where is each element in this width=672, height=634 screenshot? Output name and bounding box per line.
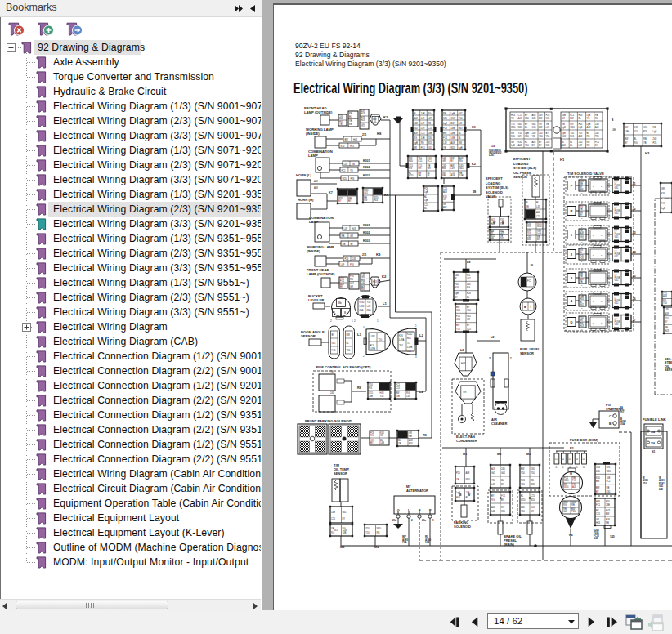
svg-text:BY: BY [348, 199, 352, 203]
svg-text:P26: P26 [580, 254, 584, 257]
svg-text:FC1: FC1 [396, 383, 401, 386]
svg-text:J6: J6 [633, 297, 636, 301]
svg-text:A08: A08 [606, 518, 610, 521]
svg-text:2: 2 [363, 355, 365, 358]
svg-text:FUSIBLE LINK: FUSIBLE LINK [643, 417, 666, 422]
svg-text:RB: RB [595, 114, 598, 117]
svg-text:1: 1 [571, 233, 573, 237]
svg-text:(INSIDE): (INSIDE) [306, 132, 320, 136]
svg-text:211: 211 [362, 253, 367, 257]
svg-text:LgB: LgB [562, 132, 566, 135]
svg-text:M6: M6 [374, 546, 379, 549]
svg-text:RG: RG [421, 141, 424, 145]
svg-text:YB: YB [428, 164, 431, 167]
svg-text:Y50: Y50 [634, 130, 638, 133]
svg-text:SENSOR: SENSOR [665, 368, 672, 372]
svg-text:BY: BY [501, 498, 504, 502]
svg-text:BW: BW [539, 126, 543, 129]
svg-text:BY: BY [491, 494, 495, 498]
svg-text:14B: 14B [380, 441, 384, 444]
svg-text:RB: RB [364, 196, 367, 199]
svg-text:14B: 14B [450, 136, 455, 140]
svg-text:RIDE CONTROL SOLENOID (OPT): RIDE CONTROL SOLENOID (OPT) [316, 365, 371, 369]
svg-text:G41: G41 [580, 180, 585, 183]
svg-text:A08: A08 [340, 283, 344, 286]
svg-text:L3: L3 [357, 333, 362, 337]
svg-text:C15: C15 [663, 292, 667, 296]
svg-text:VALVE: VALVE [486, 194, 496, 199]
svg-text:BLY: BLY [370, 344, 374, 347]
svg-text:14B: 14B [396, 395, 400, 398]
svg-text:Y50: Y50 [347, 349, 351, 352]
svg-text:-: - [581, 225, 583, 229]
svg-text:24D: 24D [527, 235, 531, 239]
svg-text:24D: 24D [653, 137, 657, 141]
svg-text:A08: A08 [580, 278, 584, 281]
svg-text:14B: 14B [414, 122, 418, 125]
svg-text:FC1: FC1 [570, 114, 575, 117]
svg-text:BL: BL [380, 439, 383, 442]
svg-text:G41: G41 [332, 342, 337, 345]
svg-text:FUSE: FUSE [615, 233, 620, 236]
svg-text:BW: BW [450, 122, 455, 125]
svg-text:BL: BL [459, 132, 462, 135]
svg-text:LgB: LgB [455, 292, 459, 295]
svg-text:BW: BW [571, 507, 576, 511]
svg-text:RG: RG [406, 391, 410, 395]
svg-text:RB: RB [537, 235, 540, 239]
svg-text:Y50: Y50 [525, 144, 529, 147]
svg-text:BL: BL [398, 439, 401, 442]
svg-text:BW: BW [596, 486, 600, 489]
svg-text:G41: G41 [364, 191, 369, 194]
svg-text:1: 1 [609, 190, 611, 193]
svg-text:1: 1 [609, 305, 611, 308]
svg-text:K30: K30 [501, 510, 505, 513]
svg-text:RG: RG [364, 199, 367, 202]
svg-text:RB: RB [428, 122, 431, 125]
svg-text:RB: RB [442, 174, 446, 177]
svg-text:55: 55 [582, 458, 585, 461]
svg-text:P26: P26 [351, 177, 355, 181]
svg-text:A08: A08 [518, 144, 522, 147]
svg-text:G41: G41 [459, 167, 464, 170]
svg-text:RB: RB [348, 197, 352, 200]
svg-text:G41: G41 [615, 255, 619, 258]
svg-text:J5: J5 [633, 275, 636, 278]
svg-text:1: 1 [415, 324, 417, 328]
svg-text:M2: M2 [497, 453, 501, 456]
svg-text:Y50: Y50 [511, 123, 515, 126]
svg-text:SEC.: SEC. [665, 358, 671, 361]
svg-text:CLEANER: CLEANER [491, 422, 507, 426]
svg-text:L494: L494 [370, 335, 375, 338]
svg-text:A08: A08 [314, 186, 318, 190]
svg-text:B06: B06 [407, 337, 411, 340]
svg-text:A08: A08 [665, 312, 669, 315]
svg-text:K30: K30 [580, 234, 584, 238]
svg-text:24D: 24D [659, 488, 663, 491]
svg-text:RB: RB [352, 163, 355, 166]
svg-text:SOLENOID: SOLENOID [486, 190, 503, 194]
svg-text:EFFICIENT: EFFICIENT [486, 176, 503, 181]
svg-text:L49A: L49A [399, 338, 404, 342]
svg-text:1: 1 [609, 282, 611, 285]
svg-text:L491: L491 [489, 154, 495, 157]
svg-text:G41: G41 [615, 186, 619, 190]
svg-text:-: - [601, 252, 603, 257]
svg-text:GR: GR [428, 167, 431, 170]
svg-text:STARTER: STARTER [606, 407, 621, 411]
svg-text:SENSOR: SENSOR [301, 334, 316, 338]
svg-text:BW: BW [625, 137, 629, 141]
svg-text:-: - [593, 276, 594, 280]
svg-text:Y50: Y50 [365, 527, 370, 530]
svg-text:14B: 14B [331, 511, 335, 514]
svg-text:D: D [570, 320, 572, 324]
svg-text:LgB: LgB [414, 141, 418, 145]
svg-text:BL: BL [428, 172, 431, 175]
svg-text:14B: 14B [369, 395, 373, 398]
svg-text:A08: A08 [536, 211, 540, 214]
svg-text:W20: W20 [521, 498, 526, 502]
svg-text:H43: H43 [380, 391, 384, 395]
svg-text:BW: BW [459, 141, 463, 145]
svg-text:SYSTEM (ELS): SYSTEM (ELS) [486, 185, 509, 190]
svg-text:BL: BL [428, 174, 431, 177]
